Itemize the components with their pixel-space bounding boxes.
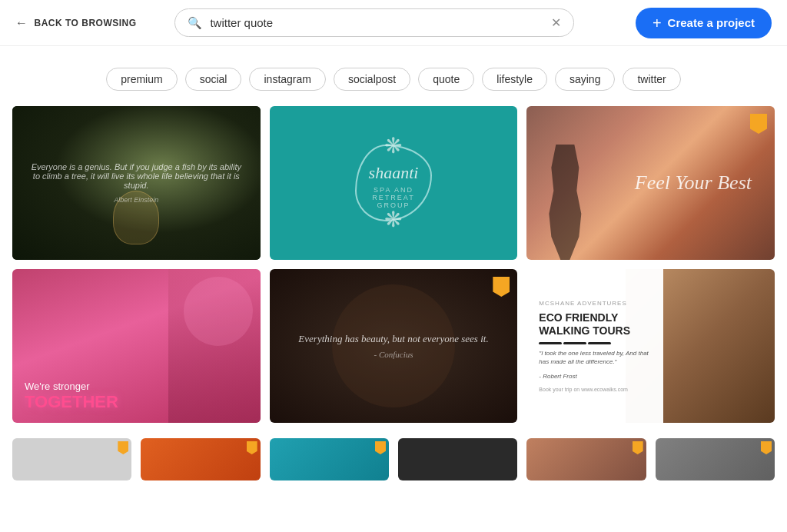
bottom-card-1[interactable] bbox=[12, 438, 131, 480]
card-text-overlay: McShane Adventures ECO FRIENDLY WALKING … bbox=[526, 269, 662, 423]
template-grid: Everyone is a genius. But if you judge a… bbox=[0, 106, 787, 438]
premium-badge bbox=[118, 441, 128, 454]
tag-socialpost[interactable]: socialpost bbox=[334, 68, 410, 91]
circle-decoration bbox=[184, 277, 253, 346]
tag-quote[interactable]: quote bbox=[418, 68, 474, 91]
template-card-confucius[interactable]: Everything has beauty, but not everyone … bbox=[270, 269, 518, 423]
card-footer: Book your trip on www.ecowalks.com bbox=[539, 387, 650, 392]
template-card-einstein[interactable]: Everyone is a genius. But if you judge a… bbox=[12, 106, 261, 260]
bottom-preview-row bbox=[0, 438, 787, 480]
card-headline: Feel Your Best bbox=[635, 171, 752, 195]
premium-badge bbox=[750, 114, 767, 134]
ornate-frame: ❋ shaanti Spa and Retreat Group ❋ bbox=[355, 145, 432, 221]
back-to-browsing-button[interactable]: ← BACK TO BROWSING bbox=[15, 16, 137, 30]
tag-premium[interactable]: premium bbox=[106, 68, 177, 91]
bottom-card-4[interactable] bbox=[398, 438, 517, 480]
premium-badge bbox=[247, 441, 257, 454]
premium-badge bbox=[761, 441, 772, 454]
template-card-shaanti[interactable]: ❋ shaanti Spa and Retreat Group ❋ bbox=[270, 106, 518, 260]
back-label: BACK TO BROWSING bbox=[35, 18, 137, 28]
premium-badge bbox=[633, 441, 643, 454]
search-bar: 🔍 ✕ bbox=[174, 8, 574, 37]
card-author: Albert Einstein bbox=[28, 196, 245, 204]
tags-row: premium social instagram socialpost quot… bbox=[0, 46, 787, 106]
premium-badge bbox=[493, 277, 510, 297]
card-quote: "I took the one less traveled by, And th… bbox=[539, 349, 650, 366]
tag-saying[interactable]: saying bbox=[555, 68, 615, 91]
clear-search-button[interactable]: ✕ bbox=[551, 15, 561, 30]
template-card-feel-your-best[interactable]: Feel Your Best bbox=[526, 106, 775, 260]
bottom-card-6[interactable] bbox=[656, 438, 775, 480]
plus-icon: + bbox=[653, 15, 662, 31]
template-card-eco-tours[interactable]: McShane Adventures ECO FRIENDLY WALKING … bbox=[526, 269, 775, 423]
card-quote-text: Everyone is a genius. But if you judge a… bbox=[12, 147, 261, 219]
bottom-card-5[interactable] bbox=[526, 438, 646, 480]
figure-decoration bbox=[168, 269, 261, 423]
card-quote-text: Everything has beauty, but not everyone … bbox=[283, 318, 503, 374]
tag-lifestyle[interactable]: lifestyle bbox=[482, 68, 547, 91]
bottom-card-3[interactable] bbox=[270, 438, 389, 480]
tag-social[interactable]: social bbox=[185, 68, 242, 91]
company-name: McShane Adventures bbox=[539, 300, 650, 307]
premium-badge bbox=[375, 441, 386, 454]
back-arrow-icon: ← bbox=[15, 16, 28, 30]
search-input[interactable] bbox=[210, 16, 551, 29]
create-project-label: Create a project bbox=[668, 16, 755, 29]
tag-twitter[interactable]: twitter bbox=[623, 68, 680, 91]
card-author: - Robert Frost bbox=[539, 372, 650, 381]
card-title: ECO FRIENDLY WALKING TOURS bbox=[539, 311, 650, 337]
template-card-stronger-together[interactable]: We're stronger TOGETHER bbox=[12, 269, 261, 423]
silhouette-decoration bbox=[542, 145, 588, 260]
search-icon: 🔍 bbox=[188, 16, 202, 30]
bottom-card-2[interactable] bbox=[141, 438, 260, 480]
divider-decoration bbox=[539, 342, 650, 344]
card-author: - Confucius bbox=[298, 350, 488, 359]
tag-instagram[interactable]: instagram bbox=[249, 68, 325, 91]
create-project-button[interactable]: + Create a project bbox=[636, 8, 772, 38]
app-header: ← BACK TO BROWSING 🔍 ✕ + Create a projec… bbox=[0, 0, 787, 46]
